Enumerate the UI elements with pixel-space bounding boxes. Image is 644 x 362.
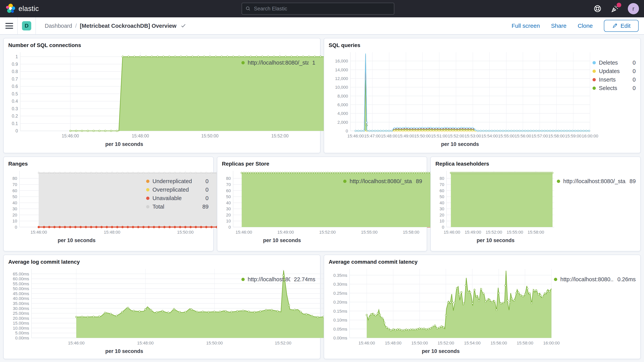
panel-title: Number of SQL connections bbox=[8, 42, 316, 48]
legend-item[interactable]: Inserts0 bbox=[592, 75, 636, 84]
svg-text:0: 0 bbox=[228, 225, 230, 230]
svg-text:5.00ms: 5.00ms bbox=[15, 330, 29, 336]
svg-text:15:48:00: 15:48:00 bbox=[381, 134, 398, 138]
svg-text:15:48:00: 15:48:00 bbox=[385, 340, 402, 346]
legend-item[interactable]: http://localhost:8080/_sta...89 bbox=[343, 177, 422, 186]
svg-text:0.10ms: 0.10ms bbox=[333, 318, 347, 322]
chart-replica-leaseholders[interactable]: 15:46:0015:49:0015:52:0015:55:0015:58:00… bbox=[435, 168, 556, 236]
legend-value: 0 bbox=[206, 178, 209, 184]
legend-dot bbox=[592, 70, 596, 73]
x-axis-label: per 10 seconds bbox=[8, 141, 240, 147]
clone-button[interactable]: Clone bbox=[578, 22, 593, 29]
menu-icon[interactable] bbox=[6, 23, 13, 29]
legend-item[interactable]: Underreplicated0 bbox=[146, 177, 209, 186]
svg-text:15:51:00: 15:51:00 bbox=[431, 134, 448, 138]
x-axis-label: per 10 seconds bbox=[222, 238, 342, 244]
legend-item[interactable]: Deletes0 bbox=[592, 58, 636, 67]
legend-item[interactable]: Updates0 bbox=[592, 67, 636, 75]
panel-title: Replicas per Store bbox=[222, 161, 422, 167]
svg-text:14,000: 14,000 bbox=[335, 68, 348, 72]
svg-text:15:49:00: 15:49:00 bbox=[277, 230, 294, 234]
x-axis-label: per 10 seconds bbox=[329, 348, 553, 354]
help-icon[interactable] bbox=[593, 4, 602, 13]
legend-value: 0 bbox=[206, 186, 209, 193]
pencil-icon bbox=[612, 23, 618, 29]
x-axis-label: per 10 seconds bbox=[329, 141, 592, 147]
panel-ranges: Ranges 15:46:0015:48:0015:50:0015:52:001… bbox=[3, 156, 214, 251]
breadcrumb-separator: / bbox=[75, 23, 77, 29]
legend: Deletes0Updates0Inserts0Selects0 bbox=[591, 50, 636, 151]
svg-text:0: 0 bbox=[16, 128, 18, 134]
svg-text:0.5: 0.5 bbox=[12, 91, 18, 96]
legend-label: Unavailable bbox=[152, 195, 202, 202]
svg-text:15:46:00: 15:46:00 bbox=[236, 230, 252, 234]
chart-ranges[interactable]: 15:46:0015:48:0015:50:0015:52:0015:54:00… bbox=[8, 168, 145, 236]
svg-text:30: 30 bbox=[12, 206, 17, 211]
legend-item[interactable]: Unavailable0 bbox=[146, 194, 209, 202]
svg-text:0: 0 bbox=[346, 128, 348, 134]
legend-item[interactable]: http://localhost:8080/_sta...89 bbox=[557, 177, 636, 186]
legend-item[interactable]: http://localhost:808...22.74ms bbox=[242, 275, 316, 284]
legend: Underreplicated0Overreplicated0Unavailab… bbox=[145, 168, 209, 249]
svg-text:50: 50 bbox=[226, 194, 230, 199]
svg-text:15:56:00: 15:56:00 bbox=[514, 134, 531, 138]
chart-avg-command-commit-latency[interactable]: 15:46:0015:48:0015:50:0015:52:0015:54:00… bbox=[329, 266, 553, 347]
svg-text:15:50:00: 15:50:00 bbox=[201, 134, 219, 138]
svg-text:15:46:00: 15:46:00 bbox=[62, 134, 79, 138]
legend-label: http://localhost:8080... bbox=[560, 276, 614, 282]
global-search bbox=[242, 3, 394, 15]
user-avatar[interactable]: r bbox=[628, 3, 639, 14]
svg-text:15:56:00: 15:56:00 bbox=[490, 340, 507, 346]
x-axis-label: per 10 seconds bbox=[8, 348, 240, 354]
panel-sql-queries: SQL queries 15:46:0015:47:0015:48:0015:4… bbox=[324, 38, 641, 153]
svg-text:10: 10 bbox=[226, 218, 230, 224]
share-button[interactable]: Share bbox=[551, 22, 566, 29]
panel-title: Replica leaseholders bbox=[435, 161, 636, 167]
legend: http://localhost:808...22.74ms bbox=[240, 266, 316, 357]
legend-item[interactable]: http://localhost:8080...0.26ms bbox=[554, 275, 636, 284]
svg-text:0.2: 0.2 bbox=[12, 114, 18, 118]
elastic-logo[interactable]: elastic bbox=[5, 3, 39, 14]
chart-replicas-per-store[interactable]: 15:46:0015:49:0015:52:0015:55:0015:58:00… bbox=[222, 168, 342, 236]
svg-text:15:50:00: 15:50:00 bbox=[206, 340, 223, 346]
legend-value: 0 bbox=[632, 60, 636, 66]
svg-text:50: 50 bbox=[12, 194, 17, 199]
svg-text:1: 1 bbox=[16, 54, 18, 59]
legend-item[interactable]: Total89 bbox=[146, 202, 209, 211]
dashboard-grid: Number of SQL connections 15:46:0015:48:… bbox=[0, 35, 644, 362]
svg-text:0.1: 0.1 bbox=[12, 121, 18, 126]
chart-sql-connections[interactable]: 15:46:0015:48:0015:50:0015:52:0015:54:00… bbox=[8, 50, 240, 140]
panel-sql-connections: Number of SQL connections 15:46:0015:48:… bbox=[3, 38, 320, 153]
dashboard-app-badge[interactable]: D bbox=[22, 21, 31, 30]
chart-avg-log-commit-latency[interactable]: 15:46:0015:48:0015:50:0015:52:0015:54:00… bbox=[8, 266, 240, 347]
svg-text:0: 0 bbox=[442, 225, 444, 230]
legend-label: Updates bbox=[599, 68, 629, 74]
svg-text:0: 0 bbox=[15, 225, 17, 230]
legend-item[interactable]: http://localhost:8080/_stat...1 bbox=[242, 58, 316, 67]
legend-label: http://localhost:8080/_sta... bbox=[563, 178, 626, 184]
legend-label: Total bbox=[152, 204, 199, 210]
search-input[interactable] bbox=[254, 6, 390, 12]
svg-text:0.9: 0.9 bbox=[12, 62, 18, 67]
legend-dot bbox=[592, 61, 596, 64]
newsfeed-icon[interactable] bbox=[610, 4, 619, 13]
page-title: [Metricbeat CockroachDB] Overview bbox=[80, 23, 176, 29]
breadcrumb-dashboard[interactable]: Dashboard bbox=[45, 23, 72, 29]
full-screen-button[interactable]: Full screen bbox=[512, 22, 540, 29]
chart-sql-queries[interactable]: 15:46:0015:47:0015:48:0015:49:0015:50:00… bbox=[329, 50, 592, 140]
edit-button[interactable]: Edit bbox=[604, 20, 638, 32]
svg-text:15:54:00: 15:54:00 bbox=[481, 134, 498, 138]
svg-text:45.00ms: 45.00ms bbox=[13, 291, 29, 296]
legend-item[interactable]: Overreplicated0 bbox=[146, 186, 209, 194]
svg-text:15:50:00: 15:50:00 bbox=[411, 340, 428, 346]
svg-text:15:46:00: 15:46:00 bbox=[68, 340, 85, 346]
svg-text:0.00ms: 0.00ms bbox=[333, 336, 347, 340]
legend-item[interactable]: Selects0 bbox=[592, 84, 636, 92]
svg-text:15:48:00: 15:48:00 bbox=[104, 230, 120, 234]
title-menu-icon[interactable] bbox=[181, 23, 186, 28]
legend: http://localhost:8080...0.26ms bbox=[553, 266, 636, 357]
legend-dot bbox=[146, 205, 150, 208]
svg-text:80: 80 bbox=[12, 176, 17, 181]
legend-value: 0.26ms bbox=[618, 276, 636, 282]
svg-text:0.3: 0.3 bbox=[12, 106, 18, 111]
